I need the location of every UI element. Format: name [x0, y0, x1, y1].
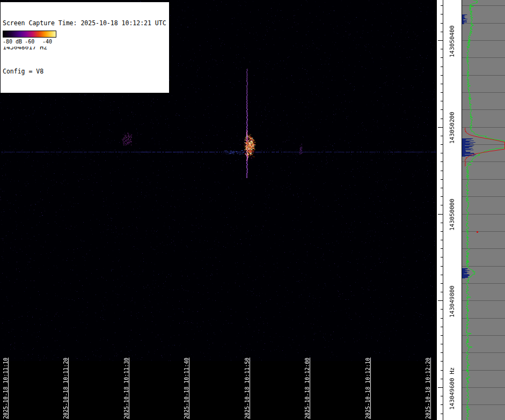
- freq-tick-minor: [441, 344, 443, 344]
- frequency-axis-ruler: 1430504001430502001430500001430498001430…: [437, 0, 462, 420]
- freq-tick-minor: [441, 231, 443, 232]
- colorbar-label-mid: -60: [25, 39, 34, 45]
- freq-tick-label: 143049800: [449, 283, 456, 318]
- freq-tick-minor: [441, 283, 443, 284]
- colorbar-label-max: -40: [42, 39, 52, 45]
- freq-tick-major: [438, 300, 443, 301]
- freq-tick-minor: [441, 171, 443, 171]
- freq-tick-minor: [441, 370, 443, 371]
- time-tick-label: 2025-10-18 10:11:40: [183, 357, 190, 419]
- freq-tick-minor: [441, 84, 443, 84]
- freq-tick-minor: [441, 292, 443, 292]
- time-tick-label: 2025-10-18 10:12:00: [304, 357, 311, 419]
- freq-tick-label: 143050200: [449, 109, 456, 144]
- capture-info-box: Screen Capture Time: 2025-10-18 10:12:21…: [1, 2, 169, 93]
- freq-tick-minor: [441, 205, 443, 205]
- colorbar-labels: -80 dB -60 -40: [3, 39, 56, 45]
- freq-tick-major: [438, 214, 443, 215]
- freq-tick-minor: [441, 257, 443, 257]
- freq-tick-minor: [441, 223, 443, 223]
- time-tick-label: 2025-10-18 10:11:20: [62, 357, 69, 419]
- freq-tick-major: [438, 387, 443, 388]
- time-tick-label: 2025-10-18 10:12:20: [425, 357, 431, 419]
- config-text: Config = V8: [3, 68, 166, 76]
- freq-tick-minor: [441, 414, 443, 414]
- freq-tick-minor: [441, 14, 443, 14]
- time-tick-label: 2025-10-18 10:11:30: [123, 357, 130, 419]
- freq-tick-minor: [441, 101, 443, 101]
- freq-tick-minor: [441, 119, 443, 119]
- freq-tick-minor: [441, 109, 443, 110]
- freq-tick-minor: [441, 352, 443, 353]
- freq-tick-minor: [441, 75, 443, 76]
- freq-tick-minor: [441, 67, 443, 67]
- freq-tick-minor: [441, 57, 443, 58]
- time-tick-label: 2025-10-18 10:11:10: [2, 357, 9, 419]
- freq-tick-minor: [441, 404, 443, 405]
- intensity-colorbar: -80 dB -60 -40: [1, 30, 58, 47]
- time-tick-label: 2025-10-18 10:12:10: [364, 357, 371, 419]
- live-spectrum-panel-canvas: [462, 0, 505, 420]
- freq-tick-minor: [441, 248, 443, 249]
- freq-tick-major: [438, 127, 443, 128]
- freq-tick-minor: [441, 361, 443, 362]
- freq-tick-minor: [441, 240, 443, 240]
- freq-tick-minor: [441, 266, 443, 267]
- freq-tick-minor: [441, 379, 443, 379]
- capture-time-text: Screen Capture Time: 2025-10-18 10:12:21…: [3, 19, 166, 27]
- freq-tick-minor: [441, 49, 443, 49]
- freq-tick-minor: [441, 144, 443, 145]
- freq-tick-minor: [441, 23, 443, 24]
- freq-tick-minor: [441, 136, 443, 136]
- freq-tick-minor: [441, 161, 443, 162]
- freq-tick-minor: [441, 196, 443, 197]
- freq-tick-major: [438, 40, 443, 41]
- freq-tick-minor: [441, 327, 443, 327]
- freq-tick-minor: [441, 318, 443, 319]
- freq-tick-minor: [441, 92, 443, 93]
- freq-tick-minor: [441, 179, 443, 180]
- freq-tick-minor: [441, 5, 443, 6]
- freq-tick-minor: [441, 396, 443, 396]
- freq-tick-label: 143050000: [449, 196, 456, 231]
- freq-tick-minor: [441, 188, 443, 188]
- freq-tick-label: 143050400: [449, 23, 456, 57]
- freq-tick-minor: [441, 275, 443, 275]
- frequency-axis-line: [443, 0, 443, 420]
- time-tick-label: 2025-10-18 10:11:50: [244, 357, 251, 419]
- colorbar-label-min: -80 dB: [3, 39, 22, 45]
- freq-tick-minor: [441, 309, 443, 310]
- colorbar-gradient: [3, 31, 56, 38]
- freq-tick-label: 143049600 Hz: [449, 365, 456, 410]
- freq-tick-minor: [441, 32, 443, 32]
- spectrum-app-screen: 2025-10-18 10:11:102025-10-18 10:11:2020…: [0, 0, 505, 420]
- freq-tick-minor: [441, 153, 443, 153]
- freq-tick-minor: [441, 335, 443, 336]
